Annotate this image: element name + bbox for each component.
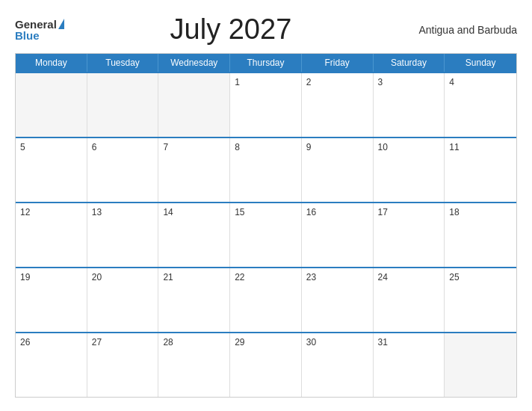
day-number: 8 xyxy=(235,142,240,152)
logo-triangle-icon xyxy=(58,19,64,29)
calendar-body: 1234567891011121314151617181920212223242… xyxy=(16,72,516,397)
month-title: July 2027 xyxy=(64,13,398,46)
calendar-day: 10 xyxy=(374,138,445,202)
calendar-day: 8 xyxy=(230,138,302,202)
day-number: 9 xyxy=(306,142,312,152)
calendar-week: 262728293031 xyxy=(16,332,516,397)
weekday-header: Sunday xyxy=(445,54,516,72)
day-number: 23 xyxy=(306,272,316,282)
country-label: Antigua and Barbuda xyxy=(398,24,517,36)
calendar-day: 2 xyxy=(302,73,374,137)
day-number: 18 xyxy=(449,207,459,217)
day-number: 12 xyxy=(20,207,30,217)
calendar-day xyxy=(87,73,159,137)
calendar-week: 567891011 xyxy=(16,137,516,202)
calendar-day: 24 xyxy=(374,268,445,332)
calendar-day: 20 xyxy=(87,268,159,332)
day-number: 7 xyxy=(163,142,168,152)
calendar-day: 14 xyxy=(158,203,230,267)
calendar: MondayTuesdayWednesdayThursdayFridaySatu… xyxy=(15,53,517,398)
calendar-day: 17 xyxy=(374,203,445,267)
calendar-day: 13 xyxy=(87,203,159,267)
calendar-day: 19 xyxy=(16,268,87,332)
calendar-day: 29 xyxy=(230,333,302,397)
day-number: 2 xyxy=(306,77,312,87)
weekday-header: Monday xyxy=(16,54,87,72)
day-number: 14 xyxy=(163,207,173,217)
day-number: 19 xyxy=(20,272,30,282)
day-number: 21 xyxy=(163,272,173,282)
weekday-header: Tuesday xyxy=(87,54,159,72)
day-number: 31 xyxy=(378,337,388,347)
calendar-week: 19202122232425 xyxy=(16,267,516,332)
calendar-day: 28 xyxy=(158,333,230,397)
weekday-header: Thursday xyxy=(230,54,302,72)
day-number: 6 xyxy=(92,142,97,152)
calendar-day: 6 xyxy=(87,138,159,202)
day-number: 16 xyxy=(306,207,316,217)
calendar-day: 18 xyxy=(445,203,516,267)
day-number: 29 xyxy=(235,337,244,347)
calendar-day: 7 xyxy=(158,138,230,202)
calendar-day xyxy=(16,73,87,137)
day-number: 30 xyxy=(306,337,316,347)
weekday-header: Wednesday xyxy=(158,54,230,72)
calendar-day: 5 xyxy=(16,138,87,202)
logo-general-text: General xyxy=(15,19,57,30)
calendar-day: 12 xyxy=(16,203,87,267)
day-number: 3 xyxy=(378,77,383,87)
calendar-day: 27 xyxy=(87,333,159,397)
day-number: 17 xyxy=(378,207,388,217)
day-number: 4 xyxy=(449,77,454,87)
day-number: 13 xyxy=(92,207,102,217)
calendar-day: 22 xyxy=(230,268,302,332)
weekday-header: Saturday xyxy=(374,54,445,72)
calendar-day: 26 xyxy=(16,333,87,397)
day-number: 20 xyxy=(92,272,102,282)
day-number: 1 xyxy=(235,77,240,87)
day-number: 25 xyxy=(449,272,459,282)
calendar-week: 12131415161718 xyxy=(16,202,516,267)
calendar-day: 9 xyxy=(302,138,374,202)
calendar-day: 21 xyxy=(158,268,230,332)
day-number: 10 xyxy=(378,142,388,152)
weekday-header: Friday xyxy=(302,54,374,72)
calendar-day: 30 xyxy=(302,333,374,397)
calendar-day: 1 xyxy=(230,73,302,137)
calendar-day: 23 xyxy=(302,268,374,332)
calendar-day: 25 xyxy=(445,268,516,332)
day-number: 26 xyxy=(20,337,30,347)
day-number: 15 xyxy=(235,207,244,217)
calendar-day: 4 xyxy=(445,73,516,137)
calendar-day xyxy=(445,333,516,397)
day-number: 5 xyxy=(20,142,25,152)
calendar-day: 15 xyxy=(230,203,302,267)
calendar-week: 1234 xyxy=(16,72,516,137)
calendar-day xyxy=(158,73,230,137)
day-number: 27 xyxy=(92,337,102,347)
day-number: 24 xyxy=(378,272,388,282)
calendar-day: 16 xyxy=(302,203,374,267)
day-number: 11 xyxy=(449,142,459,152)
day-number: 28 xyxy=(163,337,173,347)
page-header: General Blue July 2027 Antigua and Barbu… xyxy=(15,13,517,46)
logo-blue-text: Blue xyxy=(15,30,40,41)
calendar-day: 31 xyxy=(374,333,445,397)
calendar-day: 3 xyxy=(374,73,445,137)
calendar-header: MondayTuesdayWednesdayThursdayFridaySatu… xyxy=(16,54,516,72)
calendar-day: 11 xyxy=(445,138,516,202)
day-number: 22 xyxy=(235,272,244,282)
logo: General Blue xyxy=(15,19,64,41)
